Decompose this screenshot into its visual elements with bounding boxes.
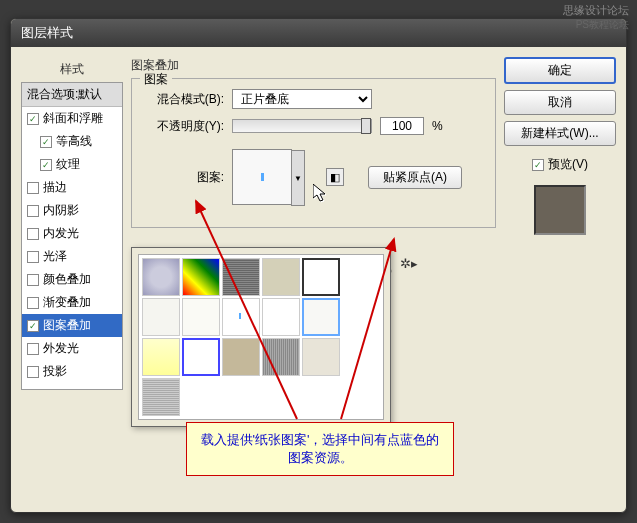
preview-row: 预览(V) [504,156,616,173]
checkbox-icon[interactable] [27,343,39,355]
pattern-thumb[interactable] [262,298,300,336]
checkbox-icon[interactable] [27,251,39,263]
style-contour[interactable]: 等高线 [22,130,122,153]
cancel-button[interactable]: 取消 [504,90,616,115]
pattern-picker-popup: ✲▸ [131,247,391,427]
sidebar-heading: 样式 [21,57,123,82]
checkbox-icon[interactable] [27,228,39,240]
snap-origin-button[interactable]: 贴紧原点(A) [368,166,462,189]
style-bevel[interactable]: 斜面和浮雕 [22,107,122,130]
gear-icon[interactable]: ✲▸ [400,256,418,271]
style-stroke[interactable]: 描边 [22,176,122,199]
layer-style-dialog: 图层样式 样式 混合选项:默认 斜面和浮雕 等高线 纹理 描边 内阴影 内发光 … [10,18,627,513]
percent-label: % [432,119,443,133]
fieldset-legend: 图案 [140,71,172,88]
pattern-thumb[interactable] [182,338,220,376]
checkbox-icon[interactable] [27,205,39,217]
style-label: 斜面和浮雕 [43,110,103,127]
style-gradient-overlay[interactable]: 渐变叠加 [22,291,122,314]
pattern-row: 图案: ◧ 贴紧原点(A) [144,149,483,205]
new-style-button[interactable]: 新建样式(W)... [504,121,616,146]
checkbox-icon[interactable] [27,366,39,378]
main-title: 图案叠加 [131,57,496,74]
watermark-text: 思缘设计论坛 [563,3,629,18]
blend-mode-label: 混合模式(B): [144,91,224,108]
opacity-label: 不透明度(Y): [144,118,224,135]
pattern-label: 图案: [144,169,224,186]
pattern-thumb[interactable] [182,298,220,336]
style-label: 投影 [43,363,67,380]
preview-label: 预览(V) [548,156,588,173]
pattern-thumb[interactable] [142,298,180,336]
pattern-thumb[interactable] [262,338,300,376]
checkbox-icon[interactable] [27,320,39,332]
style-outer-glow[interactable]: 外发光 [22,337,122,360]
style-label: 渐变叠加 [43,294,91,311]
checkbox-icon[interactable] [27,297,39,309]
style-label: 纹理 [56,156,80,173]
style-texture[interactable]: 纹理 [22,153,122,176]
style-color-overlay[interactable]: 颜色叠加 [22,268,122,291]
right-column: 确定 取消 新建样式(W)... 预览(V) [504,57,616,502]
opacity-input[interactable] [380,117,424,135]
pattern-grid [138,254,384,420]
style-inner-shadow[interactable]: 内阴影 [22,199,122,222]
pattern-thumb[interactable] [222,298,260,336]
style-label: 内阴影 [43,202,79,219]
annotation-callout: 载入提供'纸张图案'，选择中间有点蓝色的图案资源。 [186,422,454,476]
pattern-fieldset: 图案 混合模式(B): 正片叠底 不透明度(Y): % 图案: ◧ [131,78,496,228]
pattern-thumb[interactable] [142,338,180,376]
checkbox-icon[interactable] [40,159,52,171]
checkbox-icon[interactable] [27,113,39,125]
new-preset-icon[interactable]: ◧ [326,168,344,186]
pattern-thumb[interactable] [142,258,180,296]
blend-mode-row: 混合模式(B): 正片叠底 [144,89,483,109]
style-label: 颜色叠加 [43,271,91,288]
style-pattern-overlay[interactable]: 图案叠加 [22,314,122,337]
ok-button[interactable]: 确定 [504,57,616,84]
opacity-row: 不透明度(Y): % [144,117,483,135]
pattern-thumb-selected[interactable] [302,298,340,336]
preview-swatch [534,185,586,235]
style-satin[interactable]: 光泽 [22,245,122,268]
pattern-thumb[interactable] [262,258,300,296]
pattern-thumb[interactable] [222,258,260,296]
blend-options-default[interactable]: 混合选项:默认 [22,83,122,107]
opacity-slider[interactable] [232,119,372,133]
style-drop-shadow[interactable]: 投影 [22,360,122,383]
style-list: 混合选项:默认 斜面和浮雕 等高线 纹理 描边 内阴影 内发光 光泽 颜色叠加 … [21,82,123,390]
style-label: 外发光 [43,340,79,357]
pattern-thumb[interactable] [222,338,260,376]
pattern-thumb[interactable] [302,258,340,296]
style-label: 图案叠加 [43,317,91,334]
preview-checkbox[interactable] [532,159,544,171]
checkbox-icon[interactable] [27,182,39,194]
pattern-thumb[interactable] [142,378,180,416]
checkbox-icon[interactable] [40,136,52,148]
style-inner-glow[interactable]: 内发光 [22,222,122,245]
checkbox-icon[interactable] [27,274,39,286]
pattern-swatch[interactable] [232,149,292,205]
dialog-title: 图层样式 [11,19,626,47]
blend-mode-select[interactable]: 正片叠底 [232,89,372,109]
style-label: 等高线 [56,133,92,150]
style-label: 光泽 [43,248,67,265]
watermark-text-2: PS教程论坛 [576,18,629,32]
styles-sidebar: 样式 混合选项:默认 斜面和浮雕 等高线 纹理 描边 内阴影 内发光 光泽 颜色… [21,57,123,502]
pattern-thumb[interactable] [182,258,220,296]
style-label: 描边 [43,179,67,196]
slider-thumb-icon[interactable] [361,118,371,134]
style-label: 内发光 [43,225,79,242]
pattern-thumb[interactable] [302,338,340,376]
